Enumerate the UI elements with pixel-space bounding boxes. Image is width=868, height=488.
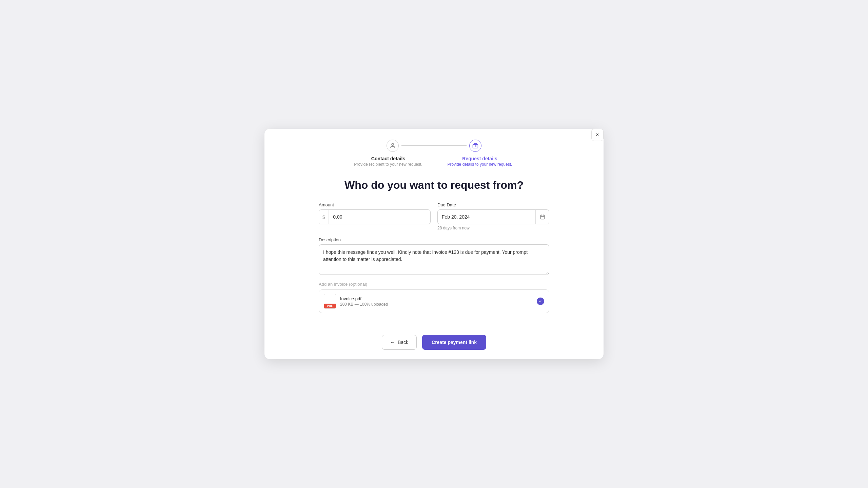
step1-sublabel: Provide recipient to your new request. [342,162,434,167]
modal-footer: ← Back Create payment link [264,328,604,359]
close-button[interactable]: × [591,129,604,141]
invoice-section: Add an invoice (optional) PDF Invoice.pd… [319,282,549,313]
invoice-file-item: PDF Invoice.pdf 200 KB — 100% uploaded ✓ [319,289,549,313]
create-payment-link-button[interactable]: Create payment link [422,335,486,350]
step2-label: Request details Provide details to your … [434,156,526,167]
amount-input-wrapper: $ [319,209,431,224]
amount-date-row: Amount $ Due Date [319,202,549,230]
due-date-input[interactable] [438,210,535,224]
back-label: Back [398,340,408,345]
svg-point-0 [392,143,394,145]
amount-prefix: $ [319,210,329,224]
back-arrow-icon: ← [390,340,395,345]
step2-title: Request details [434,156,526,161]
upload-check-icon: ✓ [537,298,544,305]
stepper [387,140,481,152]
amount-group: Amount $ [319,202,431,230]
calendar-icon[interactable] [535,210,549,224]
page-title: Who do you want to request from? [319,179,549,191]
file-name: Invoice.pdf [340,296,388,301]
svg-rect-2 [540,215,545,219]
step1-label: Contact details Provide recipient to you… [342,156,434,167]
step-line [401,145,467,146]
description-row: Description [319,237,549,275]
due-date-group: Due Date 28 days from now [437,202,549,230]
step2-sublabel: Provide details to your new request. [434,162,526,167]
modal: × Contact details Provid [264,129,604,359]
file-info: Invoice.pdf 200 KB — 100% uploaded [340,296,388,307]
description-group: Description [319,237,549,275]
amount-label: Amount [319,202,431,207]
due-date-wrapper [437,209,549,224]
description-label: Description [319,237,549,242]
step1-title: Contact details [342,156,434,161]
modal-body: Who do you want to request from? Amount … [264,167,604,328]
modal-header: × Contact details Provid [264,129,604,167]
back-button[interactable]: ← Back [382,335,417,350]
svg-rect-1 [473,144,478,148]
date-hint: 28 days from now [437,226,549,230]
step1-icon [387,140,399,152]
pdf-badge: PDF [324,304,336,308]
pdf-icon: PDF [324,294,336,309]
amount-input[interactable] [329,210,430,224]
file-meta: 200 KB — 100% uploaded [340,302,388,307]
due-date-label: Due Date [437,202,549,207]
description-textarea[interactable] [319,244,549,275]
step-labels: Contact details Provide recipient to you… [342,156,526,167]
invoice-label: Add an invoice (optional) [319,282,549,287]
step2-icon [469,140,481,152]
